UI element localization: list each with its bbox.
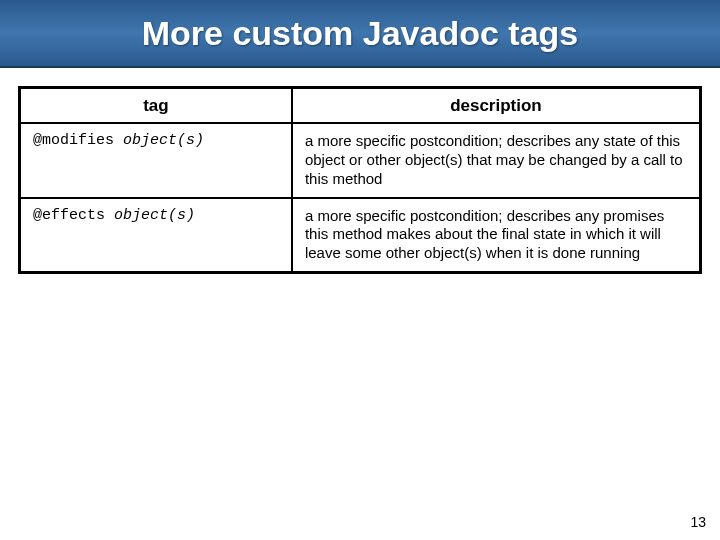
tags-table: tag description @modifies object(s) a mo… bbox=[18, 86, 702, 274]
table-row: @effects object(s) a more specific postc… bbox=[20, 198, 701, 273]
table-row: @modifies object(s) a more specific post… bbox=[20, 123, 701, 197]
slide-title: More custom Javadoc tags bbox=[142, 14, 578, 53]
header-tag: tag bbox=[20, 88, 292, 124]
header-description: description bbox=[292, 88, 701, 124]
table-header-row: tag description bbox=[20, 88, 701, 124]
page-number: 13 bbox=[690, 514, 706, 530]
description-cell: a more specific postcondition; describes… bbox=[292, 123, 701, 197]
tag-cell: @modifies object(s) bbox=[20, 123, 292, 197]
tag-cell: @effects object(s) bbox=[20, 198, 292, 273]
tag-param-text: object(s) bbox=[114, 207, 195, 224]
content-area: tag description @modifies object(s) a mo… bbox=[0, 68, 720, 274]
tag-name: @modifies bbox=[33, 132, 114, 149]
slide: More custom Javadoc tags tag description… bbox=[0, 0, 720, 540]
tag-param-text: object(s) bbox=[123, 132, 204, 149]
tag-name: @effects bbox=[33, 207, 105, 224]
description-cell: a more specific postcondition; describes… bbox=[292, 198, 701, 273]
title-bar: More custom Javadoc tags bbox=[0, 0, 720, 68]
